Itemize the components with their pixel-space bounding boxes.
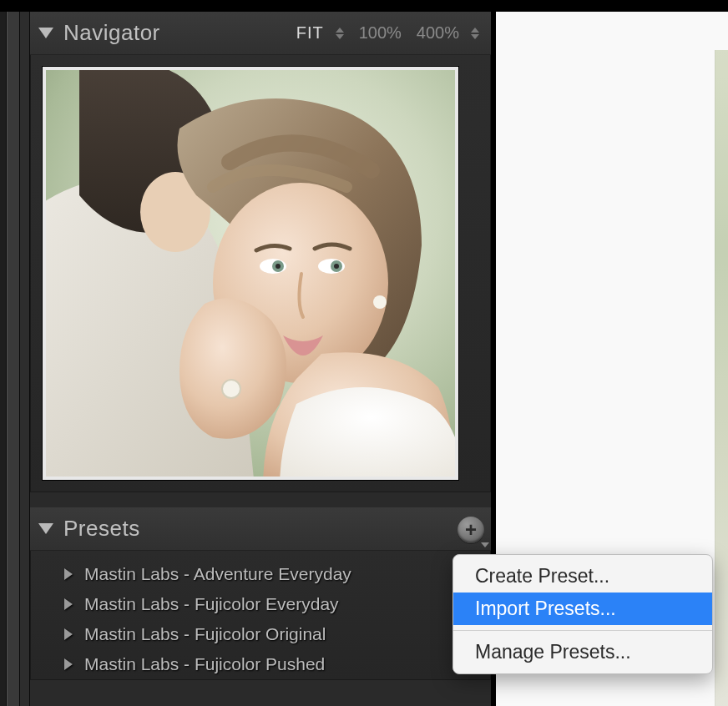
presets-header[interactable]: Presets + [30,507,491,551]
collapse-icon[interactable] [38,523,53,534]
panel-gap [30,492,491,507]
presets-panel: Presets + Mastin Labs - Adventure Everyd… [30,507,491,680]
main-image-edge [715,50,728,706]
inner-rail-1[interactable] [7,12,20,706]
plus-icon: + [465,518,477,542]
inner-rail-2[interactable] [20,12,30,706]
zoom-stepper-icon[interactable] [471,28,479,39]
presets-context-menu: Create Preset... Import Presets... Manag… [452,554,713,674]
navigator-header[interactable]: Navigator FIT 100% 400% [30,12,491,55]
navigator-zoom-controls: FIT 100% 400% [296,23,479,43]
expand-icon[interactable] [64,628,73,640]
preset-folder[interactable]: Mastin Labs - Fujicolor Original [31,619,490,649]
navigator-title: Navigator [63,20,296,46]
preset-folder[interactable]: Mastin Labs - Fujicolor Everyday [31,589,490,619]
menu-separator [453,630,712,631]
preset-label: Mastin Labs - Fujicolor Original [84,624,326,644]
preset-label: Mastin Labs - Adventure Everyday [84,564,351,584]
menu-manage-presets[interactable]: Manage Presets... [453,636,712,668]
collapse-icon[interactable] [38,28,53,38]
presets-title: Presets [63,516,483,542]
zoom-400-button[interactable]: 400% [417,23,459,43]
svg-point-9 [334,264,339,269]
svg-point-10 [373,295,387,309]
preset-folder[interactable]: Mastin Labs - Adventure Everyday [31,559,490,589]
presets-list: Mastin Labs - Adventure Everyday Mastin … [30,551,491,680]
navigator-thumbnail[interactable] [43,67,458,480]
window-top-bar [0,0,728,12]
preset-folder[interactable]: Mastin Labs - Fujicolor Pushed [31,649,490,679]
navigator-panel: Navigator FIT 100% 400% [30,12,491,492]
zoom-fit-button[interactable]: FIT [296,23,324,43]
fit-stepper-icon[interactable] [336,28,344,39]
expand-icon[interactable] [64,568,73,580]
menu-import-presets[interactable]: Import Presets... [453,593,712,625]
add-preset-button[interactable]: + [458,517,484,543]
dropdown-indicator-icon [481,542,489,547]
navigator-body [30,55,491,492]
preset-label: Mastin Labs - Fujicolor Everyday [84,594,339,614]
svg-point-3 [222,380,240,398]
expand-icon[interactable] [64,598,73,610]
zoom-100-button[interactable]: 100% [359,23,402,43]
menu-create-preset[interactable]: Create Preset... [453,560,712,593]
outer-rail [0,12,7,706]
expand-icon[interactable] [64,658,73,670]
svg-point-8 [276,264,281,269]
left-panel: Navigator FIT 100% 400% [30,12,491,706]
preset-label: Mastin Labs - Fujicolor Pushed [84,654,325,674]
